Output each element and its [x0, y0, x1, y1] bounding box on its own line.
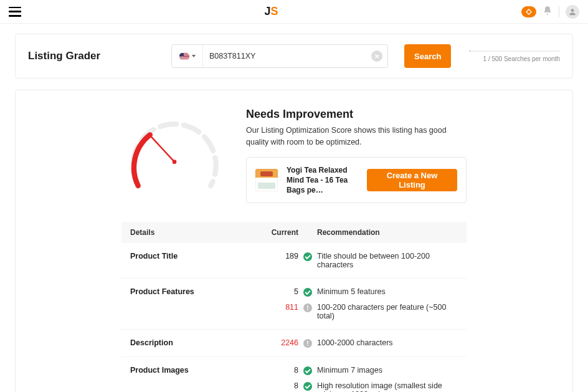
- check-icon: [303, 366, 312, 375]
- row-label: Product Images: [130, 366, 255, 375]
- row-label: Product Title: [130, 252, 255, 261]
- table-row: Description2246!1000-2000 characters: [121, 330, 467, 357]
- avatar-icon[interactable]: [566, 5, 579, 19]
- chevron-down-icon: [192, 55, 196, 57]
- row-current: 5: [255, 287, 298, 296]
- row-label: Description: [130, 338, 255, 347]
- flag-us-icon: [179, 53, 189, 60]
- overview-text: Needs Improvement Our Listing Optimizati…: [246, 108, 467, 203]
- logo-j: J: [264, 5, 270, 17]
- quota-text: 1 / 500 Searches per month: [483, 55, 560, 62]
- search-card: Listing Grader ✕ Search 1 / 500 Searches…: [15, 34, 573, 79]
- verdict-heading: Needs Improvement: [246, 108, 467, 121]
- menu-icon[interactable]: [9, 7, 21, 17]
- check-icon: [303, 252, 312, 261]
- promo-badge[interactable]: [521, 6, 536, 17]
- th-current: Current: [255, 228, 298, 237]
- product-name: Yogi Tea Relaxed Mind Tea - 16 Tea Bags …: [287, 165, 358, 196]
- table-subrow: 811!100-200 characters per feature (~500…: [130, 297, 458, 320]
- svg-point-0: [571, 9, 574, 12]
- warn-icon: !: [303, 339, 312, 348]
- table-subrow: 8High resolution image (smallest side mi…: [130, 375, 458, 392]
- row-current: 8: [255, 366, 298, 375]
- overview: Needs Improvement Our Listing Optimizati…: [28, 108, 560, 222]
- result-card: Needs Improvement Our Listing Optimizati…: [15, 90, 573, 392]
- clear-input-icon[interactable]: ✕: [371, 50, 382, 62]
- topnav: JS: [0, 0, 588, 24]
- row-recommendation: Title should be between 100-200 characte…: [317, 252, 458, 269]
- row-current: 189: [255, 252, 298, 261]
- row-recommendation: 100-200 characters per feature (~500 tot…: [317, 303, 458, 320]
- row-status: [298, 366, 317, 375]
- check-icon: [303, 288, 312, 297]
- table-row: Product Features5Minimum 5 features811!1…: [121, 279, 467, 330]
- nav-right: [521, 5, 579, 19]
- logo[interactable]: JS: [264, 5, 278, 18]
- marketplace-select[interactable]: [172, 45, 203, 67]
- row-recommendation: Minimum 5 features: [317, 287, 458, 296]
- row-current: 2246: [255, 338, 298, 347]
- svg-line-1: [149, 135, 174, 161]
- row-status: !: [298, 338, 317, 348]
- row-status: [298, 287, 317, 297]
- row-recommendation: High resolution image (smallest side min…: [317, 381, 458, 392]
- row-recommendation: 1000-2000 characters: [317, 338, 458, 347]
- product-thumbnail: [255, 169, 278, 191]
- row-recommendation: Minimum 7 images: [317, 366, 458, 375]
- th-recommendation: Recommendation: [298, 228, 458, 237]
- row-status: !: [298, 303, 317, 320]
- logo-s: S: [271, 5, 278, 17]
- asin-input[interactable]: [203, 52, 371, 60]
- product-box: Yogi Tea Relaxed Mind Tea - 16 Tea Bags …: [246, 157, 467, 204]
- row-current: 8: [255, 381, 298, 392]
- table-row: Product Title189Title should be between …: [121, 243, 467, 279]
- verdict-description: Our Listing Optimization Score shows thi…: [246, 125, 467, 148]
- table-row: Product Images8Minimum 7 images8High res…: [121, 357, 467, 392]
- search-box: ✕: [171, 44, 388, 68]
- details-table: Details Current Recommendation Product T…: [28, 222, 560, 392]
- divider: [559, 6, 559, 17]
- page: Listing Grader ✕ Search 1 / 500 Searches…: [0, 24, 588, 392]
- page-title: Listing Grader: [28, 50, 159, 62]
- quota: 1 / 500 Searches per month: [470, 50, 560, 62]
- row-label: Product Features: [130, 287, 255, 296]
- row-current: 811: [255, 303, 298, 320]
- row-status: [298, 381, 317, 392]
- check-icon: [303, 382, 312, 391]
- bell-icon[interactable]: [543, 6, 552, 18]
- search-button[interactable]: Search: [404, 44, 451, 68]
- table-header: Details Current Recommendation: [121, 222, 467, 243]
- create-listing-button[interactable]: Create a New Listing: [367, 169, 457, 191]
- svg-point-2: [173, 160, 177, 164]
- th-details: Details: [130, 228, 255, 237]
- warn-icon: !: [303, 304, 312, 312]
- quota-bar: [470, 50, 560, 52]
- score-gauge: [121, 108, 227, 201]
- row-status: [298, 252, 317, 261]
